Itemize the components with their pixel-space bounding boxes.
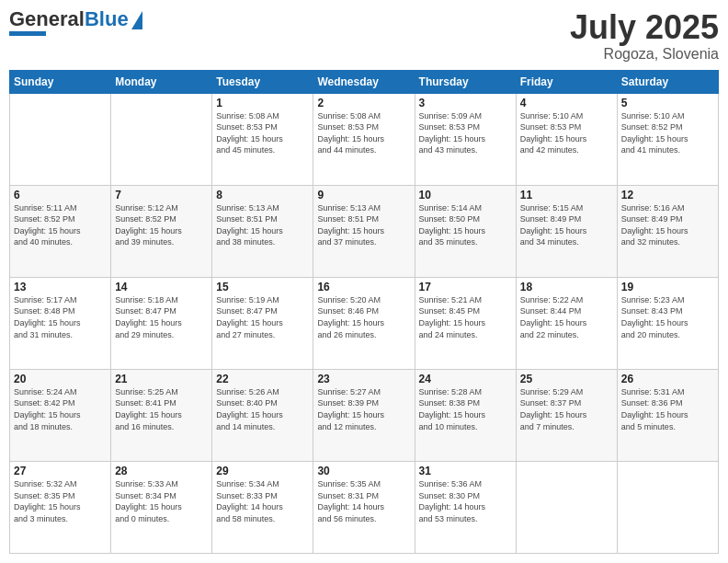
day-info: Sunrise: 5:26 AMSunset: 8:40 PMDaylight:…	[216, 386, 309, 432]
day-cell: 10Sunrise: 5:14 AMSunset: 8:50 PMDayligh…	[415, 185, 516, 277]
day-number: 20	[14, 373, 107, 385]
day-number: 1	[216, 97, 309, 109]
day-number: 6	[14, 189, 107, 201]
logo-text-blue: Blue	[85, 7, 129, 30]
day-info: Sunrise: 5:33 AMSunset: 8:34 PMDaylight:…	[115, 478, 208, 524]
day-cell: 9Sunrise: 5:13 AMSunset: 8:51 PMDaylight…	[313, 185, 415, 277]
day-info: Sunrise: 5:08 AMSunset: 8:53 PMDaylight:…	[317, 110, 410, 156]
day-cell: 22Sunrise: 5:26 AMSunset: 8:40 PMDayligh…	[212, 369, 313, 461]
header-wednesday: Wednesday	[313, 70, 415, 93]
week-row-2: 6Sunrise: 5:11 AMSunset: 8:52 PMDaylight…	[10, 185, 719, 277]
day-cell: 16Sunrise: 5:20 AMSunset: 8:46 PMDayligh…	[313, 277, 415, 369]
day-info: Sunrise: 5:28 AMSunset: 8:38 PMDaylight:…	[419, 386, 512, 432]
day-number: 15	[216, 281, 309, 293]
day-number: 23	[317, 373, 410, 385]
day-info: Sunrise: 5:21 AMSunset: 8:45 PMDaylight:…	[419, 294, 512, 340]
day-info: Sunrise: 5:32 AMSunset: 8:35 PMDaylight:…	[14, 478, 107, 524]
header-saturday: Saturday	[617, 70, 718, 93]
day-info: Sunrise: 5:35 AMSunset: 8:31 PMDaylight:…	[317, 478, 410, 524]
day-info: Sunrise: 5:19 AMSunset: 8:47 PMDaylight:…	[216, 294, 309, 340]
day-number: 2	[317, 97, 410, 109]
day-number: 11	[520, 189, 613, 201]
day-cell: 11Sunrise: 5:15 AMSunset: 8:49 PMDayligh…	[516, 185, 617, 277]
day-cell: 24Sunrise: 5:28 AMSunset: 8:38 PMDayligh…	[415, 369, 516, 461]
page: GeneralBlue July 2025 Rogoza, Slovenia S…	[0, 0, 728, 563]
calendar-table: Sunday Monday Tuesday Wednesday Thursday…	[9, 70, 719, 554]
header-sunday: Sunday	[10, 70, 111, 93]
day-cell	[111, 93, 212, 185]
day-number: 3	[419, 97, 512, 109]
header-friday: Friday	[516, 70, 617, 93]
day-info: Sunrise: 5:13 AMSunset: 8:51 PMDaylight:…	[317, 202, 410, 248]
day-number: 21	[115, 373, 208, 385]
day-number: 25	[520, 373, 613, 385]
day-cell: 12Sunrise: 5:16 AMSunset: 8:49 PMDayligh…	[617, 185, 718, 277]
day-cell	[617, 461, 718, 553]
day-cell: 19Sunrise: 5:23 AMSunset: 8:43 PMDayligh…	[617, 277, 718, 369]
title-block: July 2025 Rogoza, Slovenia	[570, 9, 719, 63]
day-cell: 31Sunrise: 5:36 AMSunset: 8:30 PMDayligh…	[415, 461, 516, 553]
day-info: Sunrise: 5:09 AMSunset: 8:53 PMDaylight:…	[419, 110, 512, 156]
day-number: 27	[14, 465, 107, 477]
day-cell: 20Sunrise: 5:24 AMSunset: 8:42 PMDayligh…	[10, 369, 111, 461]
day-cell: 18Sunrise: 5:22 AMSunset: 8:44 PMDayligh…	[516, 277, 617, 369]
day-cell: 13Sunrise: 5:17 AMSunset: 8:48 PMDayligh…	[10, 277, 111, 369]
logo-text-general: General	[9, 7, 85, 30]
day-cell: 5Sunrise: 5:10 AMSunset: 8:52 PMDaylight…	[617, 93, 718, 185]
day-info: Sunrise: 5:22 AMSunset: 8:44 PMDaylight:…	[520, 294, 613, 340]
day-number: 7	[115, 189, 208, 201]
day-cell: 8Sunrise: 5:13 AMSunset: 8:51 PMDaylight…	[212, 185, 313, 277]
day-number: 4	[520, 97, 613, 109]
day-cell	[516, 461, 617, 553]
day-cell: 7Sunrise: 5:12 AMSunset: 8:52 PMDaylight…	[111, 185, 212, 277]
day-info: Sunrise: 5:13 AMSunset: 8:51 PMDaylight:…	[216, 202, 309, 248]
day-cell: 27Sunrise: 5:32 AMSunset: 8:35 PMDayligh…	[10, 461, 111, 553]
header-monday: Monday	[111, 70, 212, 93]
logo: GeneralBlue	[9, 9, 142, 36]
day-number: 19	[621, 281, 714, 293]
day-number: 17	[419, 281, 512, 293]
day-info: Sunrise: 5:24 AMSunset: 8:42 PMDaylight:…	[14, 386, 107, 432]
day-info: Sunrise: 5:08 AMSunset: 8:53 PMDaylight:…	[216, 110, 309, 156]
day-number: 24	[419, 373, 512, 385]
day-cell: 25Sunrise: 5:29 AMSunset: 8:37 PMDayligh…	[516, 369, 617, 461]
week-row-1: 1Sunrise: 5:08 AMSunset: 8:53 PMDaylight…	[10, 93, 719, 185]
day-info: Sunrise: 5:29 AMSunset: 8:37 PMDaylight:…	[520, 386, 613, 432]
day-cell: 17Sunrise: 5:21 AMSunset: 8:45 PMDayligh…	[415, 277, 516, 369]
day-info: Sunrise: 5:31 AMSunset: 8:36 PMDaylight:…	[621, 386, 714, 432]
header: GeneralBlue July 2025 Rogoza, Slovenia	[9, 9, 719, 63]
calendar-location: Rogoza, Slovenia	[570, 46, 719, 63]
day-cell: 28Sunrise: 5:33 AMSunset: 8:34 PMDayligh…	[111, 461, 212, 553]
day-number: 10	[419, 189, 512, 201]
day-number: 9	[317, 189, 410, 201]
day-info: Sunrise: 5:18 AMSunset: 8:47 PMDaylight:…	[115, 294, 208, 340]
day-info: Sunrise: 5:10 AMSunset: 8:53 PMDaylight:…	[520, 110, 613, 156]
day-number: 28	[115, 465, 208, 477]
day-cell: 1Sunrise: 5:08 AMSunset: 8:53 PMDaylight…	[212, 93, 313, 185]
day-info: Sunrise: 5:23 AMSunset: 8:43 PMDaylight:…	[621, 294, 714, 340]
header-tuesday: Tuesday	[212, 70, 313, 93]
day-info: Sunrise: 5:36 AMSunset: 8:30 PMDaylight:…	[419, 478, 512, 524]
day-number: 26	[621, 373, 714, 385]
day-number: 30	[317, 465, 410, 477]
day-cell	[10, 93, 111, 185]
weekday-header-row: Sunday Monday Tuesday Wednesday Thursday…	[10, 70, 719, 93]
week-row-4: 20Sunrise: 5:24 AMSunset: 8:42 PMDayligh…	[10, 369, 719, 461]
day-cell: 29Sunrise: 5:34 AMSunset: 8:33 PMDayligh…	[212, 461, 313, 553]
day-cell: 2Sunrise: 5:08 AMSunset: 8:53 PMDaylight…	[313, 93, 415, 185]
day-number: 16	[317, 281, 410, 293]
day-info: Sunrise: 5:15 AMSunset: 8:49 PMDaylight:…	[520, 202, 613, 248]
day-number: 8	[216, 189, 309, 201]
calendar-title: July 2025	[570, 9, 719, 46]
day-info: Sunrise: 5:10 AMSunset: 8:52 PMDaylight:…	[621, 110, 714, 156]
day-number: 12	[621, 189, 714, 201]
day-info: Sunrise: 5:34 AMSunset: 8:33 PMDaylight:…	[216, 478, 309, 524]
day-cell: 21Sunrise: 5:25 AMSunset: 8:41 PMDayligh…	[111, 369, 212, 461]
day-info: Sunrise: 5:12 AMSunset: 8:52 PMDaylight:…	[115, 202, 208, 248]
week-row-3: 13Sunrise: 5:17 AMSunset: 8:48 PMDayligh…	[10, 277, 719, 369]
day-info: Sunrise: 5:17 AMSunset: 8:48 PMDaylight:…	[14, 294, 107, 340]
day-info: Sunrise: 5:16 AMSunset: 8:49 PMDaylight:…	[621, 202, 714, 248]
week-row-5: 27Sunrise: 5:32 AMSunset: 8:35 PMDayligh…	[10, 461, 719, 553]
day-cell: 4Sunrise: 5:10 AMSunset: 8:53 PMDaylight…	[516, 93, 617, 185]
day-number: 13	[14, 281, 107, 293]
